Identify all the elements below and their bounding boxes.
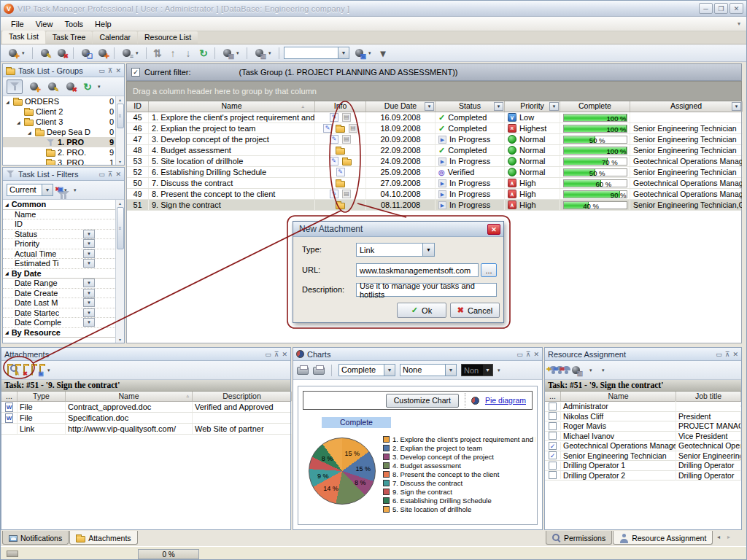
chevron-down-icon[interactable]: ▼: [83, 279, 95, 287]
refresh-groups-icon[interactable]: ↻: [81, 81, 94, 93]
chevron-down-icon[interactable]: ▼: [83, 298, 95, 307]
filters-toolbar-overflow-icon[interactable]: ▾: [74, 187, 80, 193]
resource-row[interactable]: ✓Geotechnical Operations ManagerGeotechn…: [545, 441, 741, 451]
new-group-button[interactable]: ✚: [26, 80, 41, 93]
resource-list-button[interactable]: ▥: [568, 364, 583, 377]
quick-search-combo[interactable]: ▼: [284, 47, 349, 59]
notes-icon[interactable]: ✎: [336, 168, 345, 176]
resources-toolbar-overflow-icon[interactable]: ▾: [602, 368, 608, 373]
resource-row[interactable]: Drilling Operator 1Drilling Operator: [545, 461, 741, 471]
dialog-title-bar[interactable]: New Attachment ✕: [293, 222, 503, 237]
expand-collapse-icon[interactable]: ⇅: [151, 47, 164, 59]
resource-row[interactable]: Drilling Operator 2Drilling Operator: [545, 471, 741, 481]
expander-icon[interactable]: ◢: [28, 130, 33, 135]
panel-close-icon[interactable]: ✕: [533, 351, 539, 358]
resource-row[interactable]: Roger MavisPROJECT MANAGER: [545, 421, 741, 432]
task-row-52[interactable]: 526. Establishing Drilling Schedule✎25.0…: [127, 167, 741, 178]
notes-icon[interactable]: ✎: [330, 190, 338, 198]
menu-tools[interactable]: Tools: [58, 18, 89, 30]
resource-checkbox[interactable]: [549, 422, 557, 430]
resource-checkbox[interactable]: ✓: [549, 442, 557, 450]
charts-toolbar-overflow-icon[interactable]: ▾: [498, 368, 503, 373]
attachment-row[interactable]: FileSpecification.doc: [1, 413, 290, 424]
menu-view[interactable]: View: [30, 18, 59, 30]
resources-column-name[interactable]: Name: [561, 392, 676, 401]
attachment-icon[interactable]: [336, 181, 345, 187]
filter-section-by-resource[interactable]: ◢By Resource: [3, 328, 115, 338]
tab-task-list[interactable]: Task List: [2, 31, 45, 44]
attachment-row[interactable]: Linkhttp://www.vip-qualitysoft.com/Web S…: [1, 424, 290, 435]
refresh-icon[interactable]: ↻: [197, 47, 210, 59]
open-attachment-button[interactable]: [31, 366, 33, 375]
resource-checkbox[interactable]: [549, 432, 557, 440]
chevron-down-icon[interactable]: ▼: [83, 308, 95, 317]
panel-pin-icon[interactable]: ⊼: [725, 351, 730, 358]
type-combo[interactable]: Link ▼: [356, 243, 435, 257]
cancel-button[interactable]: ✖ Cancel: [450, 303, 500, 318]
save-layout-button[interactable]: ▣: [352, 47, 366, 60]
chevron-down-icon[interactable]: ▼: [83, 259, 95, 268]
resources-column-check[interactable]: ...: [545, 392, 561, 401]
filters-scrollbar[interactable]: ▴ ≡ ▾: [115, 200, 124, 343]
task-row-50[interactable]: 507. Discuss the contract27.09.2008▶In P…: [127, 178, 741, 189]
panel-window-icon[interactable]: ▭: [516, 351, 523, 358]
task-hierarchy-button[interactable]: ≡: [119, 47, 133, 60]
toolbar-overflow-icon[interactable]: ▾: [376, 47, 390, 59]
filter-row-id[interactable]: ID: [3, 219, 115, 230]
resource-checkbox[interactable]: [549, 402, 557, 411]
description-input[interactable]: Use it to manage your tasks and hotlists: [356, 283, 497, 297]
attachment-icon[interactable]: [336, 148, 345, 155]
attachment-icon[interactable]: [342, 159, 352, 166]
chevron-down-icon[interactable]: ▾: [22, 50, 28, 56]
tree-item-1-pro[interactable]: 1. PRO9: [3, 137, 115, 147]
groups-scrollbar[interactable]: ▴ ≡ ▾: [115, 96, 124, 165]
chevron-down-icon[interactable]: ▾: [236, 50, 242, 56]
resource-row[interactable]: Administrator: [545, 402, 741, 412]
close-button[interactable]: ✕: [729, 3, 743, 14]
filter-section-by-date[interactable]: ◢By Date: [3, 269, 115, 279]
minimize-button[interactable]: ─: [699, 3, 713, 14]
delete-group-button[interactable]: ✖: [63, 80, 77, 93]
details-icon[interactable]: ▤: [342, 113, 351, 122]
pie-diagram-link[interactable]: Pie diagram: [485, 396, 526, 405]
notes-icon[interactable]: ✎: [330, 157, 338, 166]
panel-window-icon[interactable]: ▭: [265, 351, 271, 358]
task-row-51[interactable]: 519. Sign the contract08.11.2008▶In Prog…: [127, 200, 741, 211]
tree-item-client-3[interactable]: ◢Client 30: [3, 117, 115, 127]
chevron-down-icon[interactable]: ▼: [83, 230, 95, 238]
tab-scroll-left-icon[interactable]: ◂: [717, 534, 720, 540]
notes-icon[interactable]: ✎: [330, 135, 338, 144]
resource-row[interactable]: ✓Senior Engineering TechnicianSenior Eng…: [545, 451, 741, 462]
notes-button[interactable]: ▤: [220, 47, 234, 60]
tab-task-tree[interactable]: Task Tree: [46, 31, 93, 44]
edit-task-button[interactable]: ✎: [37, 47, 52, 60]
attachments-toolbar-overflow-icon[interactable]: ▾: [47, 368, 53, 373]
task-row-45[interactable]: 451. Explore the client's project requir…: [127, 112, 741, 123]
column-header-name[interactable]: Name▵: [149, 101, 315, 112]
panel-close-icon[interactable]: ✕: [732, 351, 738, 358]
new-attachment-button[interactable]: [5, 366, 9, 375]
group-by-bar[interactable]: Drag a column header here to group by th…: [126, 81, 742, 101]
notes-icon[interactable]: ✎: [323, 124, 332, 133]
resource-checkbox[interactable]: ✓: [549, 451, 557, 459]
chevron-down-icon[interactable]: ▼: [83, 249, 95, 258]
expander-icon[interactable]: ◢: [6, 99, 11, 104]
chart-value-combo[interactable]: Complete ▼: [338, 364, 395, 376]
attachments-column-description[interactable]: Description: [193, 392, 292, 401]
attachments-column-type[interactable]: Type: [18, 392, 66, 401]
tab-calendar[interactable]: Calendar: [93, 31, 137, 44]
dialog-close-icon[interactable]: ✕: [487, 224, 500, 235]
restore-button[interactable]: ❐: [714, 3, 728, 14]
chevron-down-icon[interactable]: ▼: [83, 239, 95, 248]
resource-checkbox[interactable]: [549, 471, 557, 479]
filter-row-date-range[interactable]: Date Range▼: [3, 279, 115, 289]
column-filter-icon[interactable]: ▼: [549, 102, 559, 111]
filter-row-actual-time[interactable]: Actual Time▼: [3, 249, 115, 260]
tab-scroll-right-icon[interactable]: ▸: [727, 534, 730, 540]
tree-item-3-pro-[interactable]: 3. PRO.1: [3, 158, 115, 165]
add-subtask-button[interactable]: ✚: [95, 47, 109, 60]
groups-toolbar-overflow-icon[interactable]: ▾: [98, 84, 104, 90]
chevron-down-icon[interactable]: ▾: [268, 50, 274, 56]
attachments-column-name[interactable]: Name▵: [66, 392, 193, 401]
filter-row-date-last-m[interactable]: Date Last M▼: [3, 298, 115, 308]
